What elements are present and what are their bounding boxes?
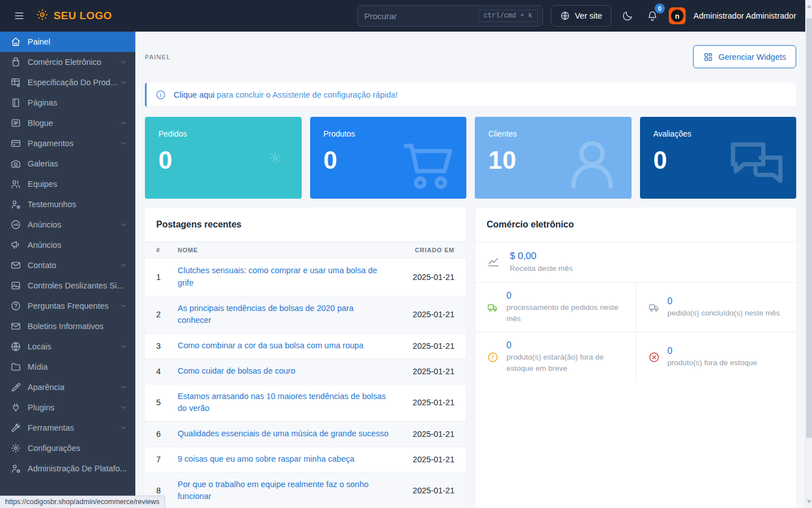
photo-icon [10,280,21,291]
scroll-up-arrow[interactable] [807,5,811,8]
world-icon [10,341,21,352]
manage-widgets-button[interactable]: Gerenciar Widgets [693,45,796,68]
setup-wizard-link[interactable]: Clique aqui [174,90,215,99]
post-link[interactable]: As principais tendências de bolsas de 20… [178,304,354,325]
chevron-down-icon [120,139,127,147]
sidebar-item-administra-o-de-platafo[interactable]: Administração De Platafo... [0,458,135,479]
panels-row: Postagens recentes # Nome Criado em 1Clu… [145,208,796,508]
sidebar-item-testemunhos[interactable]: Testemunhos [0,194,135,214]
ecommerce-stats-grid: 0processamento de pedidos neste mês0pedi… [475,283,796,382]
global-search[interactable]: ctrl/cmd + k [357,5,543,27]
post-number: 7 [145,446,178,472]
chevron-down-icon [120,119,127,127]
chevron-down-icon [120,302,127,310]
mail-icon [10,321,21,332]
post-created-date: 2025-01-21 [403,259,466,296]
dark-mode-toggle[interactable] [619,7,636,24]
post-link[interactable]: Como combinar a cor da sua bolsa com uma… [178,341,364,350]
manage-widgets-label: Gerenciar Widgets [718,52,786,62]
truck-icon [648,301,660,314]
sidebar-item-label: Configurações [28,444,127,453]
sidebar: PainelComércio EletrônicoEspecificação D… [0,32,135,508]
alert-circle-icon [487,351,499,364]
scrollbar-thumb[interactable] [806,18,812,438]
user-avatar[interactable]: n [669,7,686,24]
sidebar-item-label: Pagamentos [28,139,120,148]
post-link[interactable]: Estamos arrasando nas 10 maiores tendênc… [178,392,386,413]
sidebar-item-an-ncios[interactable]: Anúncios [0,235,135,255]
sidebar-item-controles-deslizantes-si[interactable]: Controles Deslizantes Si... [0,275,135,296]
chevron-down-icon [120,78,127,86]
scroll-down-arrow[interactable] [807,500,811,503]
sidebar-item-p-ginas[interactable]: Páginas [0,93,135,113]
post-created-date: 2025-01-21 [403,422,466,447]
sidebar-item-com-rcio-eletr-nico[interactable]: Comércio Eletrônico [0,52,135,72]
page-header: PAINEL Gerenciar Widgets [145,45,796,68]
search-input[interactable] [364,11,478,21]
ecommerce-stat-value[interactable]: 0 [506,291,626,301]
sidebar-item-painel[interactable]: Painel [0,32,135,52]
stat-card-pedidos[interactable]: Pedidos0 [145,117,302,199]
sidebar-item-equipes[interactable]: Equipes [0,174,135,194]
sidebar-item-especifica-o-do-produto[interactable]: Especificação Do Produto [0,72,135,93]
view-site-button[interactable]: Ver site [551,5,611,27]
post-number: 6 [145,422,178,447]
app-logo[interactable]: SEU LOGO [35,7,112,24]
article-icon [10,117,21,129]
sidebar-item-label: Galerias [28,159,127,168]
help-icon [10,300,21,312]
ecommerce-stat-value[interactable]: 0 [668,346,757,356]
sidebar-item-plugins[interactable]: Plugins [0,397,135,418]
col-header-created: Criado em [403,242,466,259]
post-number: 1 [145,259,178,296]
settings-icon [10,443,21,454]
sidebar-item-blogue[interactable]: Blogue [0,113,135,133]
ecommerce-stat-cell: 0processamento de pedidos neste mês [475,283,636,332]
sidebar-item-m-dia[interactable]: Mídia [0,357,135,377]
table-row: 6Qualidades essenciais de uma música de … [145,422,466,447]
post-number: 2 [145,296,178,334]
sidebar-item-label: Ferramentas [28,423,120,432]
post-link[interactable]: 9 coisas que eu amo sobre raspar minha c… [178,454,355,463]
stat-card-avalia-es[interactable]: Avaliações0 [640,117,797,199]
ecommerce-stat-cell: 0pedido(s) concluído(s) neste mês [636,283,797,332]
stat-card-produtos[interactable]: Produtos0 [310,117,467,199]
user-name[interactable]: Administrador Administrador [694,11,796,20]
wrench-icon [10,422,21,433]
sidebar-item-label: Anúncios [28,220,120,229]
table-row: 2As principais tendências de bolsas de 2… [145,296,466,334]
ecommerce-stat-value[interactable]: 0 [668,296,780,306]
sidebar-item-perguntas-frequentes[interactable]: Perguntas Frequentes [0,296,135,316]
user-icon [561,133,624,196]
notifications-button[interactable]: 0 [644,7,661,24]
sidebar-item-label: Painel [28,37,127,46]
sidebar-item-label: Blogue [28,119,120,128]
sidebar-item-pagamentos[interactable]: Pagamentos [0,133,135,154]
sidebar-item-galerias[interactable]: Galerias [0,154,135,174]
sidebar-item-label: Plugins [28,403,120,412]
post-link[interactable]: Clutches sensuais: como comprar e usar u… [178,266,377,287]
menu-toggle-icon[interactable] [9,6,29,26]
sidebar-item-ferramentas[interactable]: Ferramentas [0,418,135,438]
chevron-down-icon [120,343,127,351]
page-scrollbar[interactable] [805,0,812,508]
plug-icon [10,402,21,413]
sidebar-item-label: Contato [28,261,120,270]
topbar: SEU LOGO ctrl/cmd + k Ver site 0 n Admin… [0,0,812,32]
stat-card-clientes[interactable]: Clientes10 [475,117,632,199]
cart-icon [395,133,458,196]
post-link[interactable]: Qualidades essenciais de uma música de g… [178,429,389,438]
post-link[interactable]: Como cuidar de bolsas de couro [178,366,295,375]
sidebar-item-locais[interactable]: Locais [0,336,135,357]
sidebar-item-boletins-informativos[interactable]: Boletins Informativos [0,316,135,336]
truck-icon [487,301,499,314]
sidebar-item-contato[interactable]: Contato [0,255,135,275]
revenue-value[interactable]: $ 0,00 [510,251,573,262]
post-link[interactable]: Por que o trabalho em equipe realmente f… [178,480,369,501]
sidebar-item-apar-ncia[interactable]: Aparência [0,377,135,397]
sidebar-item-configura-es[interactable]: Configurações [0,438,135,458]
sidebar-item-an-ncios[interactable]: ADAnúncios [0,214,135,235]
ecommerce-stat-value[interactable]: 0 [506,340,626,351]
sidebar-menu: PainelComércio EletrônicoEspecificação D… [0,32,135,479]
table-row: 5Estamos arrasando nas 10 maiores tendên… [145,384,466,422]
